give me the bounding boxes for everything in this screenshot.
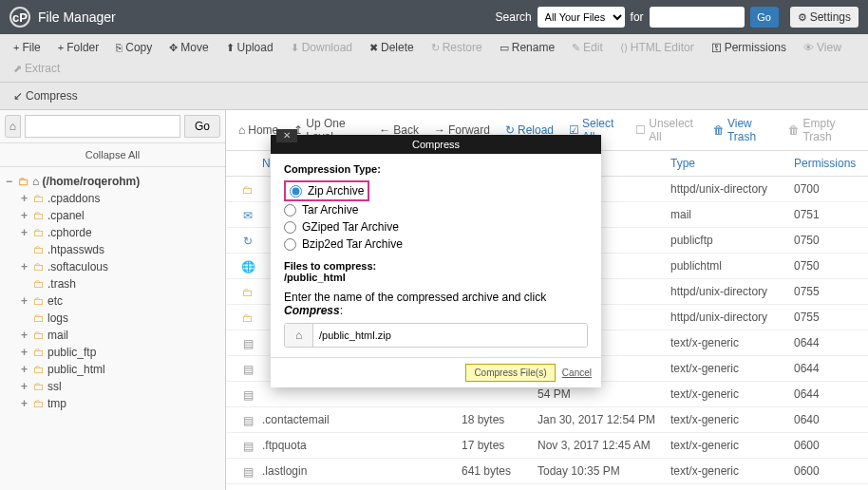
collapse-all-button[interactable]: Collapse All <box>0 143 225 167</box>
tree-node[interactable]: +🗀public_ftp <box>6 344 219 361</box>
folder-icon: 🗀 <box>33 346 45 359</box>
tree-node[interactable]: +🗀public_html <box>6 361 219 378</box>
folder-icon: 🗀 <box>33 294 45 308</box>
file-type-icon: ▤ <box>243 414 254 427</box>
empty-trash-button[interactable]: 🗑 Empty Trash <box>782 114 862 146</box>
tree-node[interactable]: +🗀mail <box>6 327 219 344</box>
download-icon: ⬇ <box>291 42 299 54</box>
tree-node[interactable]: 🗀logs <box>6 310 219 327</box>
edit-button[interactable]: ✎Edit <box>564 38 611 57</box>
app-header: cP File Manager Search All Your Files fo… <box>0 0 868 34</box>
app-title: File Manager <box>38 9 116 25</box>
search-go-button[interactable]: Go <box>750 7 779 28</box>
folder-icon: 🗀 <box>33 226 45 239</box>
table-row[interactable]: ▤.ftpquota17 bytesNov 3, 2017 12:45 AMte… <box>226 433 868 459</box>
unselect-all-button[interactable]: ☐ Unselect All <box>629 114 705 146</box>
folder-button[interactable]: +Folder <box>50 38 106 57</box>
file-size: 17 bytes <box>462 439 538 452</box>
search-label: Search <box>496 10 532 24</box>
compress-button[interactable]: ↙Compress <box>6 86 85 105</box>
file-perm: 0600 <box>794 439 860 452</box>
file-type-icon: ↻ <box>243 235 253 248</box>
dialog-title: Compress <box>271 139 601 150</box>
path-navbar: ⌂ Go <box>0 110 225 143</box>
extract-button[interactable]: ⬈Extract <box>6 59 67 78</box>
plus-icon: + <box>58 42 64 53</box>
folder-icon: 🗀 <box>33 380 45 393</box>
file-type: publichtml <box>670 259 794 273</box>
tree-root[interactable]: −🗀⌂ (/home/roqerohm) <box>6 173 219 190</box>
home-icon-button[interactable]: ⌂ <box>5 115 21 138</box>
file-type: httpd/unix-directory <box>670 285 794 298</box>
compress-files-button[interactable]: Compress File(s) <box>465 364 555 382</box>
file-perm: 0750 <box>794 259 860 273</box>
tree-node[interactable]: +🗀.cpaddons <box>6 190 219 207</box>
radio-zip-archive[interactable]: Zip Archive <box>284 180 369 201</box>
eye-icon: 👁 <box>803 42 814 53</box>
path-input[interactable] <box>25 115 180 138</box>
tree-node[interactable]: 🗀.htpasswds <box>6 241 219 258</box>
folder-icon: 🗀 <box>33 260 45 273</box>
tree-node[interactable]: +🗀ssl <box>6 378 219 395</box>
file-button[interactable]: +File <box>6 38 48 57</box>
file-perm: 0755 <box>794 311 860 324</box>
folder-icon: 🗀 <box>18 175 29 188</box>
tree-node[interactable]: +🗀tmp <box>6 395 219 412</box>
file-type-icon: ▤ <box>243 388 254 402</box>
path-go-button[interactable]: Go <box>184 115 220 138</box>
download-button[interactable]: ⬇Download <box>283 38 360 57</box>
edit-icon: ✎ <box>572 42 580 54</box>
radio-gziped-tar[interactable]: GZiped Tar Archive <box>284 218 588 236</box>
cpanel-logo-icon: cP <box>9 7 30 28</box>
file-name: .ftpquota <box>262 439 462 452</box>
key-icon: ⚿ <box>711 42 722 53</box>
delete-button[interactable]: ✖Delete <box>362 38 422 57</box>
tree-node[interactable]: +🗀.cphorde <box>6 224 219 241</box>
compression-type-group: Zip Archive Tar Archive GZiped Tar Archi… <box>284 180 588 253</box>
rename-button[interactable]: ▭Rename <box>492 38 562 57</box>
file-type: text/x-generic <box>670 362 794 375</box>
settings-button[interactable]: ⚙ Settings <box>790 7 859 28</box>
table-row[interactable]: ▤.lastlogin641 bytesToday 10:35 PMtext/x… <box>226 459 868 484</box>
col-type[interactable]: Type <box>670 157 794 170</box>
for-label: for <box>631 10 644 24</box>
file-date: Jan 30, 2017 12:54 PM <box>538 413 670 426</box>
archive-name-input[interactable] <box>313 324 587 347</box>
search-scope-select[interactable]: All Your Files <box>538 7 625 28</box>
close-icon[interactable]: ✕ <box>276 129 297 142</box>
file-type: text/x-generic <box>670 439 794 452</box>
view-button[interactable]: 👁View <box>796 38 849 57</box>
compression-type-label: Compression Type: <box>284 163 588 175</box>
folder-icon: 🗀 <box>33 209 45 222</box>
radio-bzip2ed-tar[interactable]: Bzip2ed Tar Archive <box>284 236 588 253</box>
tree-node[interactable]: 🗀.trash <box>6 275 219 292</box>
col-permissions[interactable]: Permissions <box>794 157 860 170</box>
search-input[interactable] <box>650 7 745 28</box>
copy-icon: ⎘ <box>116 42 123 53</box>
table-row[interactable]: ▤.contactemail18 bytesJan 30, 2017 12:54… <box>226 407 868 433</box>
files-to-compress-label: Files to compress: <box>284 260 588 272</box>
home-prefix-icon: ⌂ <box>285 324 313 347</box>
file-perm: 0644 <box>794 362 860 375</box>
file-type: text/x-generic <box>670 387 794 401</box>
file-perm: 0640 <box>794 413 860 426</box>
cancel-button[interactable]: Cancel <box>562 368 592 378</box>
left-panel: ⌂ Go Collapse All −🗀⌂ (/home/roqerohm) +… <box>0 110 226 490</box>
tree-node[interactable]: +🗀.softaculous <box>6 258 219 275</box>
html-editor-button[interactable]: ⟨⟩HTML Editor <box>613 38 702 57</box>
file-type-icon: ▤ <box>243 363 254 376</box>
copy-button[interactable]: ⎘Copy <box>108 38 160 57</box>
file-type-icon: ▤ <box>243 337 254 350</box>
upload-button[interactable]: ⬆Upload <box>218 38 281 57</box>
radio-tar-archive[interactable]: Tar Archive <box>284 201 588 218</box>
file-perm: 0700 <box>794 182 860 196</box>
table-row[interactable]: ▤.zshrc658 bytesJan 30, 2017 12:54 PMtex… <box>226 484 868 490</box>
restore-button[interactable]: ↻Restore <box>424 38 490 57</box>
tree-node[interactable]: +🗀etc <box>6 292 219 310</box>
tree-node[interactable]: +🗀.cpanel <box>6 207 219 224</box>
permissions-button[interactable]: ⚿Permissions <box>704 38 794 57</box>
move-button[interactable]: ✥Move <box>161 38 216 57</box>
file-type: text/x-generic <box>670 413 794 426</box>
view-trash-button[interactable]: 🗑 View Trash <box>707 114 781 146</box>
dialog-titlebar[interactable]: ✕ Compress <box>271 135 601 154</box>
